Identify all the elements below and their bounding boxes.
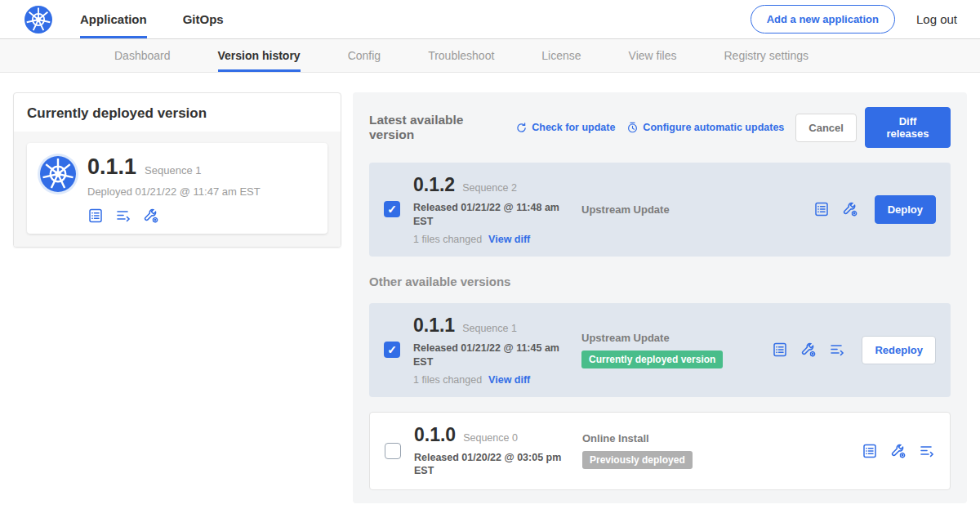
previously-deployed-badge: Previously deployed — [582, 451, 693, 469]
version-number: 0.1.0 — [414, 424, 456, 446]
row-actions: Deploy — [813, 195, 936, 224]
release-notes-icon[interactable] — [772, 342, 788, 358]
subnav-tab-config[interactable]: Config — [348, 39, 381, 72]
deploy-button[interactable]: Deploy — [875, 195, 936, 224]
config-wrench-icon[interactable] — [890, 443, 906, 459]
panel-header: Latest available version Check for updat… — [369, 107, 951, 148]
sequence-label: Sequence 0 — [463, 432, 518, 444]
diff-icon[interactable] — [829, 342, 845, 358]
deployed-version-number: 0.1.1 — [87, 154, 136, 180]
config-wrench-icon[interactable] — [842, 201, 858, 217]
tab-gitops[interactable]: GitOps — [183, 0, 224, 38]
currently-deployed-card: Currently deployed version 0.1.1 Sequenc… — [13, 92, 341, 248]
source-label: Online Install — [582, 432, 862, 444]
view-diff-link[interactable]: View diff — [488, 234, 530, 245]
view-diff-link[interactable]: View diff — [488, 374, 530, 386]
secondary-nav: Dashboard Version history Config Trouble… — [0, 39, 980, 73]
row-actions: Redeploy — [772, 336, 936, 364]
row-actions — [862, 443, 935, 459]
version-info: 0.1.2 Sequence 2 Released 01/21/22 @ 11:… — [413, 174, 575, 245]
version-info: 0.1.1 Sequence 1 Released 01/21/22 @ 11:… — [413, 315, 575, 386]
diff-releases-button[interactable]: Diff releases — [865, 107, 951, 148]
deployed-card-body: 0.1.1 Sequence 1 Deployed 01/21/22 @ 11:… — [14, 132, 341, 247]
tab-gitops-label: GitOps — [183, 12, 224, 26]
config-wrench-icon[interactable] — [800, 342, 817, 358]
tab-application-label: Application — [80, 12, 147, 26]
config-wrench-icon[interactable] — [143, 208, 159, 224]
files-changed-label: 1 files changed — [413, 374, 482, 386]
check-for-update-link[interactable]: Check for update — [515, 122, 615, 134]
kubernetes-logo-icon — [24, 6, 52, 33]
version-row: ✓ 0.1.1 Sequence 1 Released 01/21/22 @ 1… — [369, 303, 951, 397]
cancel-button[interactable]: Cancel — [795, 114, 857, 142]
diff-icon[interactable] — [919, 443, 935, 459]
top-right-actions: Add a new application Log out — [751, 0, 957, 38]
subnav-tab-license[interactable]: License — [541, 39, 581, 72]
version-number: 0.1.2 — [413, 174, 455, 196]
clock-refresh-icon — [626, 122, 639, 134]
version-source: Upstream Update — [581, 203, 813, 216]
files-changed-label: 1 files changed — [413, 234, 482, 245]
subnav-tab-dashboard[interactable]: Dashboard — [114, 39, 171, 72]
version-checkbox[interactable] — [385, 443, 401, 459]
release-notes-icon[interactable] — [813, 201, 830, 217]
subnav-tab-troubleshoot[interactable]: Troubleshoot — [428, 39, 494, 72]
released-timestamp: Released 01/21/22 @ 11:48 am EST — [413, 201, 567, 229]
app-logo[interactable] — [24, 0, 52, 38]
subnav-tab-version-history[interactable]: Version history — [218, 39, 301, 72]
version-checkbox[interactable]: ✓ — [384, 201, 400, 217]
source-label: Upstream Update — [581, 332, 772, 344]
deployed-version-info: 0.1.1 Sequence 1 Deployed 01/21/22 @ 11:… — [87, 154, 261, 224]
release-notes-icon[interactable] — [862, 443, 878, 459]
deployed-sequence-label: Sequence 1 — [145, 164, 201, 176]
logout-link[interactable]: Log out — [916, 12, 957, 26]
version-row: ✓ 0.1.2 Sequence 2 Released 01/21/22 @ 1… — [369, 163, 951, 257]
kubernetes-app-icon — [40, 156, 76, 192]
other-versions-title: Other available versions — [369, 275, 951, 288]
version-history-panel: Latest available version Check for updat… — [353, 92, 967, 503]
redeploy-button[interactable]: Redeploy — [862, 336, 936, 364]
subnav-tab-view-files[interactable]: View files — [629, 39, 677, 72]
top-navbar: Application GitOps Add a new application… — [0, 0, 980, 39]
version-source: Upstream Update Currently deployed versi… — [581, 332, 772, 368]
version-checkbox[interactable]: ✓ — [384, 342, 400, 358]
latest-version-title: Latest available version — [369, 113, 504, 142]
refresh-icon — [515, 122, 528, 134]
release-notes-icon[interactable] — [87, 208, 104, 224]
source-label: Upstream Update — [581, 203, 813, 216]
released-timestamp: Released 01/21/22 @ 11:45 am EST — [413, 342, 567, 369]
sequence-label: Sequence 2 — [462, 182, 517, 194]
deployed-timestamp: Deployed 01/21/22 @ 11:47 am EST — [87, 185, 261, 198]
tab-application[interactable]: Application — [80, 0, 147, 38]
currently-deployed-badge: Currently deployed version — [581, 351, 723, 368]
version-info: 0.1.0 Sequence 0 Released 01/20/22 @ 03:… — [414, 424, 576, 479]
released-timestamp: Released 01/20/22 @ 03:05 pm EST — [414, 451, 568, 479]
deployed-version-card: 0.1.1 Sequence 1 Deployed 01/21/22 @ 11:… — [27, 143, 327, 234]
top-tabs: Application GitOps — [80, 0, 224, 38]
add-application-button[interactable]: Add a new application — [751, 5, 895, 33]
subnav-tab-registry-settings[interactable]: Registry settings — [724, 39, 808, 72]
check-for-update-label: Check for update — [532, 122, 615, 133]
configure-auto-updates-link[interactable]: Configure automatic updates — [626, 122, 784, 134]
configure-auto-updates-label: Configure automatic updates — [643, 122, 784, 133]
main-content: Currently deployed version 0.1.1 Sequenc… — [0, 73, 980, 518]
version-row: 0.1.0 Sequence 0 Released 01/20/22 @ 03:… — [369, 412, 951, 491]
diff-icon[interactable] — [115, 208, 131, 224]
sequence-label: Sequence 1 — [462, 323, 517, 334]
deployed-card-title: Currently deployed version — [14, 93, 341, 132]
version-source: Online Install Previously deployed — [582, 432, 862, 469]
version-number: 0.1.1 — [413, 315, 455, 337]
